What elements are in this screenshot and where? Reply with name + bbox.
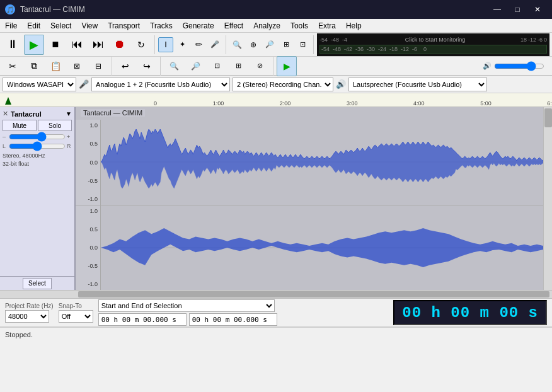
scale-0: 0 — [544, 37, 547, 43]
menu-analyze[interactable]: Analyze — [248, 19, 285, 32]
zoom-out-btn2[interactable]: 🔎 — [185, 56, 205, 76]
statusbar: Stopped. — [0, 327, 552, 341]
volume-control: 🔊 — [483, 62, 544, 70]
separator1 — [154, 35, 155, 54]
start-time-display[interactable]: 00 h 00 m 00.000 s — [98, 313, 187, 326]
zoom-in-btn2[interactable]: 🔍 — [164, 56, 184, 76]
zoom-in-tool[interactable]: 🔍 — [229, 37, 244, 52]
menu-tracks[interactable]: Tracks — [145, 19, 178, 32]
menu-view[interactable]: View — [76, 19, 103, 32]
end-time-display[interactable]: 00 h 00 m 00.000 s — [189, 313, 277, 326]
menu-extra[interactable]: Extra — [313, 19, 341, 32]
ruler-6: 6:00 — [547, 100, 552, 107]
draw-tool[interactable]: ✏ — [191, 37, 206, 52]
gain-label-left: – — [3, 134, 8, 140]
menubar: File Edit Select View Transport Tracks G… — [0, 19, 552, 33]
track-close-btn[interactable]: ✕ — [3, 110, 8, 118]
menu-file[interactable]: File — [0, 19, 22, 32]
waveform-display[interactable]: Tantacrul — CIMIM 1.0 0.5 0.0 -0.5 -1.0 — [76, 107, 543, 290]
silence-button[interactable]: ⊟ — [88, 56, 108, 76]
waveform-top-container — [101, 120, 543, 205]
skip-fwd-button[interactable]: ⏭ — [88, 35, 108, 55]
selection-tool[interactable]: I — [158, 37, 173, 52]
pause-button[interactable]: ⏸ — [3, 35, 23, 55]
output-device-select[interactable]: Lautsprecher (Focusrite Usb Audio) — [348, 78, 487, 91]
record-meter-row: -54 -48 -4 Click to Start Monitoring 18 … — [319, 35, 547, 44]
pan-slider[interactable] — [9, 142, 66, 150]
ruler-0: 0 — [154, 100, 157, 107]
undo-button[interactable]: ↩ — [115, 56, 135, 76]
scale-bot-n05: -0.5 — [88, 263, 98, 269]
edit-toolbar: ✂ ⧉ 📋 ⊠ ⊟ ↩ ↪ 🔍 🔎 ⊡ ⊞ ⊘ ▶ 🔊 — [0, 57, 552, 76]
toggle-tool[interactable]: ⊡ — [295, 37, 310, 52]
play-btn2[interactable]: ▶ — [277, 56, 297, 76]
menu-select[interactable]: Select — [45, 19, 76, 32]
scale-bot-1: 1.0 — [89, 208, 98, 214]
play-button[interactable]: ▶ — [24, 35, 44, 55]
gain-slider[interactable] — [9, 133, 66, 141]
paste-button[interactable]: 📋 — [45, 56, 66, 76]
cut-button[interactable]: ✂ — [3, 56, 23, 76]
multitool[interactable]: ✦ — [175, 37, 190, 52]
channel-top: 1.0 0.5 0.0 -0.5 -1.0 — [76, 120, 543, 205]
h-scroll-thumb[interactable] — [78, 291, 549, 297]
zoom-t-btn[interactable]: ⊘ — [250, 56, 270, 76]
mute-button[interactable]: Mute — [3, 120, 37, 131]
playhead-triangle — [5, 97, 11, 105]
menu-tools[interactable]: Tools — [285, 19, 313, 32]
channel-bottom: 1.0 0.5 0.0 -0.5 -1.0 — [76, 205, 543, 290]
ruler-3: 3:00 — [347, 100, 358, 107]
zoom-out-tool[interactable]: 🔎 — [262, 37, 277, 52]
solo-button[interactable]: Solo — [38, 120, 72, 131]
maximize-button[interactable]: □ — [508, 0, 527, 19]
pm-6: -6 — [412, 46, 422, 52]
menu-transport[interactable]: Transport — [103, 19, 145, 32]
scale-bottom: 1.0 0.5 0.0 -0.5 -1.0 — [76, 205, 101, 290]
menu-help[interactable]: Help — [341, 19, 367, 32]
select-button[interactable]: Select — [23, 278, 52, 289]
track-info-bits: 32-bit float — [3, 160, 72, 168]
menu-edit[interactable]: Edit — [22, 19, 45, 32]
v-scroll-thumb[interactable] — [544, 108, 552, 127]
minimize-button[interactable]: — — [488, 0, 507, 19]
scale-top-1: 1.0 — [89, 122, 98, 129]
trim-button[interactable]: ⊠ — [67, 56, 87, 76]
wasapi-select[interactable]: Windows WASAPI — [3, 78, 76, 91]
track-menu-arrow[interactable]: ▼ — [66, 110, 72, 117]
zoom-fit-tool[interactable]: ⊕ — [246, 37, 261, 52]
loop-button[interactable]: ↻ — [131, 35, 151, 55]
horizontal-scrollbar[interactable] — [0, 290, 552, 299]
scale-12: -12 — [528, 37, 536, 43]
input-device-select[interactable]: Analogue 1 + 2 (Focusrite Usb Audio) — [91, 78, 230, 91]
scale-top-n1: -1.0 — [88, 196, 98, 202]
zoom-sel-btn2[interactable]: ⊞ — [228, 56, 248, 76]
play-meter-row: -54 -48 -42 -36 -30 -24 -18 -12 -6 0 — [319, 45, 547, 54]
snap-to-select[interactable]: Off — [59, 310, 93, 323]
stop-button[interactable]: ■ — [45, 35, 66, 55]
vertical-scrollbar[interactable] — [543, 107, 552, 290]
zoom-fit-btn2[interactable]: ⊡ — [207, 56, 227, 76]
separator2 — [226, 35, 226, 54]
menu-generate[interactable]: Generate — [178, 19, 219, 32]
menu-effect[interactable]: Effect — [219, 19, 248, 32]
project-rate-select[interactable]: 48000 — [5, 310, 49, 323]
scale-6: -6 — [538, 37, 543, 43]
selection-section: Start and End of Selection 00 h 00 m 00.… — [98, 299, 389, 326]
pm-0: 0 — [423, 46, 430, 52]
channel-select[interactable]: 2 (Stereo) Recording Chan... — [233, 78, 333, 91]
sep5 — [160, 57, 161, 76]
timeline-ruler[interactable]: 0 1:00 2:00 3:00 4:00 5:00 6:00 7:00 — [0, 93, 552, 107]
volume-slider[interactable] — [494, 63, 544, 69]
skip-back-button[interactable]: ⏮ — [67, 35, 87, 55]
record-button[interactable]: ⏺ — [110, 35, 130, 55]
close-button[interactable]: ✕ — [528, 0, 547, 19]
mic-tool[interactable]: 🎤 — [207, 37, 222, 52]
zoom-sel-tool[interactable]: ⊞ — [279, 37, 294, 52]
scale-bot-0: 0.0 — [89, 245, 98, 251]
selection-mode-select[interactable]: Start and End of Selection — [98, 299, 275, 312]
click-monitor-text[interactable]: Click to Start Monitoring — [351, 37, 519, 43]
copy-button[interactable]: ⧉ — [24, 56, 44, 76]
waveform-title: Tantacrul — CIMIM — [81, 109, 145, 117]
track-controls: ✕ Tantacrul ▼ Mute Solo – + L R — [0, 107, 74, 276]
redo-button[interactable]: ↪ — [137, 56, 157, 76]
